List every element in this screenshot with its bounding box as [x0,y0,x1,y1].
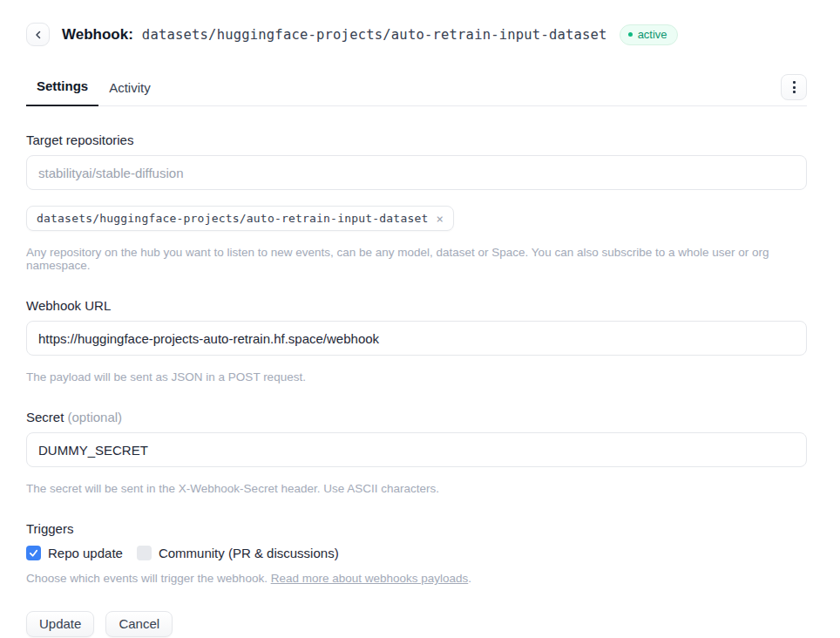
secret-help: The secret will be sent in the X-Webhook… [26,482,807,495]
webhook-settings-page: Webhook: datasets/huggingface-projects/a… [0,0,840,637]
secret-input[interactable] [26,432,807,467]
trigger-option-repo-update[interactable]: Repo update [26,546,123,560]
secret-optional-label: (optional) [68,410,123,424]
target-repositories-input[interactable] [26,155,807,190]
target-repositories-label: Target repositories [26,132,807,147]
status-label: active [638,28,667,41]
webhooks-payloads-link[interactable]: Read more about webhooks payloads [271,572,469,585]
webhook-url-help: The payload will be sent as JSON in a PO… [26,370,807,383]
more-options-button[interactable] [781,74,807,100]
form-actions: Update Cancel [26,611,807,637]
update-button[interactable]: Update [26,611,94,637]
back-button[interactable] [26,23,50,46]
triggers-label: Triggers [26,521,807,536]
field-webhook-url: Webhook URL The payload will be sent as … [26,298,807,383]
webhook-repo-path: datasets/huggingface-projects/auto-retra… [142,27,607,43]
chevron-left-icon [33,30,44,40]
field-triggers: Triggers Repo update Community (PR & dis… [26,521,807,585]
secret-label: Secret (optional) [26,410,807,424]
checkbox-repo-update[interactable] [26,546,41,560]
field-target-repositories: Target repositories datasets/huggingface… [26,132,807,272]
webhook-url-label: Webhook URL [26,298,807,313]
field-secret: Secret (optional) The secret will be sen… [26,410,807,495]
tab-activity[interactable]: Activity [98,73,161,106]
page-title: Webhook: [62,26,133,44]
status-badge: active [620,24,678,45]
remove-repo-icon[interactable]: × [437,213,444,225]
page-header: Webhook: datasets/huggingface-projects/a… [26,23,807,46]
triggers-options-row: Repo update Community (PR & discussions) [26,546,807,560]
tab-bar: Settings Activity [26,71,807,106]
repo-chip-text: datasets/huggingface-projects/auto-retra… [37,212,429,225]
check-icon [29,548,38,558]
trigger-option-community[interactable]: Community (PR & discussions) [137,546,339,560]
webhook-url-input[interactable] [26,321,807,356]
trigger-label-community: Community (PR & discussions) [159,546,339,560]
kebab-icon [793,81,796,84]
status-dot-icon [628,32,633,37]
checkbox-community[interactable] [137,546,152,560]
trigger-label-repo-update: Repo update [48,546,123,560]
target-repositories-help: Any repository on the hub you want to li… [26,246,807,272]
triggers-help: Choose which events will trigger the web… [26,572,807,585]
cancel-button[interactable]: Cancel [105,611,173,637]
repo-chip: datasets/huggingface-projects/auto-retra… [26,206,454,231]
tab-settings[interactable]: Settings [26,71,98,106]
